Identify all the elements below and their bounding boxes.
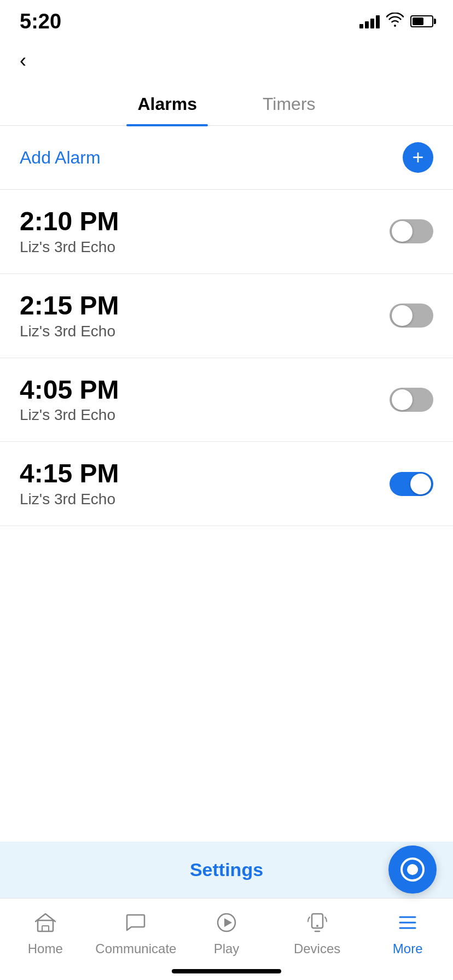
alarm-toggle-0[interactable] (390, 219, 433, 243)
alarm-time-1: 2:15 PM (20, 291, 119, 320)
alexa-icon (400, 858, 425, 882)
alarm-device-1: Liz's 3rd Echo (20, 323, 119, 340)
alarm-time-0: 2:10 PM (20, 207, 119, 236)
status-bar: 5:20 (0, 0, 453, 38)
status-icons (359, 13, 433, 31)
tab-alarms[interactable]: Alarms (126, 89, 208, 125)
svg-rect-1 (42, 926, 49, 931)
alarm-toggle-2[interactable] (390, 388, 433, 412)
nav-label-devices: Devices (294, 941, 340, 956)
alarm-device-2: Liz's 3rd Echo (20, 406, 119, 424)
bottom-nav: Home Communicate Play (0, 898, 453, 980)
signal-icon (359, 14, 380, 28)
nav-item-communicate[interactable]: Communicate (91, 908, 182, 956)
tab-bar: Alarms Timers (0, 78, 453, 126)
tab-timers[interactable]: Timers (252, 89, 327, 125)
more-icon (393, 908, 422, 937)
alarm-time-3: 4:15 PM (20, 459, 119, 488)
alarm-device-3: Liz's 3rd Echo (20, 491, 119, 508)
nav-label-communicate: Communicate (95, 941, 176, 956)
back-chevron-icon: ‹ (20, 49, 26, 72)
status-time: 5:20 (20, 10, 61, 33)
home-indicator (172, 969, 281, 973)
toggle-knob-1 (392, 305, 413, 326)
nav-label-play: Play (214, 941, 240, 956)
alarm-item-1: 2:15 PMLiz's 3rd Echo (0, 274, 453, 358)
battery-icon (410, 15, 433, 27)
nav-label-home: Home (28, 941, 63, 956)
add-alarm-button[interactable]: + (403, 142, 433, 173)
alarm-item-0: 2:10 PMLiz's 3rd Echo (0, 190, 453, 274)
alarm-item-2: 4:05 PMLiz's 3rd Echo (0, 358, 453, 442)
home-icon (31, 908, 60, 937)
play-icon (212, 908, 241, 937)
alarm-device-0: Liz's 3rd Echo (20, 238, 119, 256)
alarm-item-3: 4:15 PMLiz's 3rd Echo (0, 442, 453, 526)
alarm-toggle-1[interactable] (390, 304, 433, 328)
svg-point-4 (316, 925, 318, 927)
communicate-icon (121, 908, 150, 937)
alarm-time-2: 4:05 PM (20, 376, 119, 405)
nav-item-more[interactable]: More (362, 908, 453, 956)
alarm-list: 2:10 PMLiz's 3rd Echo2:15 PMLiz's 3rd Ec… (0, 190, 453, 526)
toggle-knob-0 (392, 221, 413, 242)
alexa-fab-button[interactable] (388, 845, 437, 894)
nav-label-more: More (393, 941, 423, 956)
settings-label: Settings (190, 859, 263, 880)
toggle-knob-2 (392, 389, 413, 410)
add-alarm-text[interactable]: Add Alarm (20, 148, 101, 168)
toggle-knob-3 (410, 474, 431, 494)
alarm-toggle-3[interactable] (390, 472, 433, 496)
nav-item-home[interactable]: Home (0, 908, 91, 956)
wifi-icon (386, 13, 404, 31)
settings-bar[interactable]: Settings (0, 842, 453, 898)
nav-item-devices[interactable]: Devices (272, 908, 363, 956)
nav-item-play[interactable]: Play (181, 908, 272, 956)
back-button[interactable]: ‹ (0, 38, 453, 78)
add-alarm-row: Add Alarm + (0, 126, 453, 190)
plus-icon: + (412, 148, 423, 167)
devices-icon (303, 908, 332, 937)
